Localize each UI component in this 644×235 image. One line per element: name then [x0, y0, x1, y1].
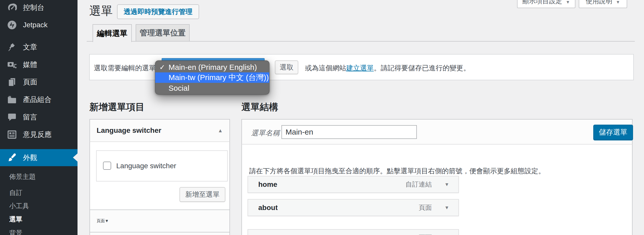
screen-options-toggle[interactable]: 顯示項目設定 ▼ [517, 0, 575, 8]
screen-options-label: 顯示項目設定 [522, 0, 562, 6]
menu-item-type: 頁面 [419, 203, 432, 212]
menu-item-title: home [258, 180, 277, 189]
sidebar-subitem-menus[interactable]: 選單 [9, 215, 22, 224]
chevron-down-icon: ▼ [616, 0, 620, 6]
dropdown-option-main-tw[interactable]: Main-tw (Primary 中文 (台灣)) [155, 72, 269, 83]
sidebar-item-label: 意見反應 [23, 130, 51, 139]
sidebar-item-label: Jetpack [23, 21, 48, 29]
accordion-title: Language switcher [97, 126, 161, 135]
appearance-icon [7, 153, 17, 163]
dropdown-option-social[interactable]: Social [155, 83, 269, 93]
sidebar-subitem-background[interactable]: 背景 [9, 229, 22, 235]
menu-item-title: about [258, 204, 278, 212]
help-toggle[interactable]: 使用說明 ▼ [579, 0, 627, 8]
menu-item-about[interactable]: about 頁面 ▼ [248, 199, 459, 216]
chevron-down-icon[interactable]: ▼ [444, 182, 449, 187]
tab-manage-locations[interactable]: 管理選單位置 [136, 24, 190, 42]
wordpress-admin-menus-page: 控制台 Jetpack 文章 媒體 頁面 [0, 0, 644, 235]
menu-item-home[interactable]: home 自訂連結 ▼ [248, 176, 459, 193]
page-title: 選單 [89, 3, 113, 19]
save-menu-button[interactable]: 儲存選單 [593, 125, 633, 140]
sidebar-subitem-widgets[interactable]: 小工具 [9, 202, 29, 211]
drag-instruction-text: 請在下方將各個選單項目拖曳至合適的順序。點擊選單項目右側的箭號，便會顯示更多組態… [249, 166, 545, 176]
sidebar-item-pages[interactable]: 頁面 [0, 74, 78, 90]
dropdown-option-label: Main-tw (Primary 中文 (台灣)) [169, 72, 269, 83]
create-menu-text-after: 。請記得要儲存已進行的變更。 [374, 64, 470, 72]
chevron-down-icon[interactable]: ▼ [444, 205, 449, 211]
checkmark-icon: ✓ [159, 63, 165, 71]
chevron-up-icon: ▲ [218, 128, 223, 134]
sidebar-item-appearance[interactable]: 外觀 [0, 149, 78, 166]
menu-select-open-dropdown: ✓ Main-en (Primary English) Main-tw (Pri… [155, 60, 269, 95]
manage-with-live-preview-button[interactable]: 透過即時預覽進行管理 [117, 4, 199, 19]
help-label: 使用說明 [586, 0, 612, 6]
select-menu-button[interactable]: 選取 [275, 60, 298, 74]
sidebar-item-portfolio[interactable]: 產品組合 [0, 92, 78, 108]
jetpack-icon [7, 20, 17, 30]
create-menu-text-before: 或為這個網站 [305, 64, 346, 72]
feedback-icon [7, 129, 17, 140]
menu-select-label: 選取需要編輯的選單 [94, 63, 156, 73]
pages-icon [7, 77, 17, 87]
menu-name-label: 選單名稱 [251, 128, 280, 138]
menu-item-type: 頁面 [419, 233, 432, 235]
menu-structure-heading: 選單結構 [241, 101, 278, 113]
sidebar-item-label: 產品組合 [23, 95, 51, 105]
accordion-language-switcher-header[interactable]: Language switcher ▲ [89, 119, 230, 142]
create-menu-link[interactable]: 建立選單 [346, 64, 374, 72]
sidebar-item-label: 外觀 [23, 153, 37, 163]
menu-name-input[interactable] [281, 125, 417, 139]
sidebar-item-media[interactable]: 媒體 [0, 57, 78, 73]
tab-edit-menus[interactable]: 編輯選單 [93, 24, 132, 42]
menu-item-partial[interactable]: 頁面 ▼ [248, 229, 459, 235]
accordion-title: 頁面 [97, 218, 105, 224]
sidebar-item-label: 媒體 [23, 60, 37, 70]
dropdown-option-main-en[interactable]: ✓ Main-en (Primary English) [155, 62, 269, 72]
sidebar-item-label: 頁面 [23, 77, 37, 87]
accordion-next-panel-partial[interactable] [89, 232, 230, 235]
chevron-down-icon: ▼ [105, 219, 109, 223]
sidebar-item-jetpack[interactable]: Jetpack [0, 17, 78, 33]
create-menu-sentence: 或為這個網站建立選單。請記得要儲存已進行的變更。 [305, 63, 470, 73]
dropdown-option-label: Social [169, 84, 189, 93]
add-menu-items-heading: 新增選單項目 [89, 101, 145, 113]
portfolio-icon [7, 95, 17, 105]
comments-icon [7, 112, 17, 122]
sidebar-item-label: 留言 [23, 112, 37, 122]
dropdown-option-label: Main-en (Primary English) [169, 63, 257, 72]
admin-sidebar: 控制台 Jetpack 文章 媒體 頁面 [0, 0, 78, 235]
dashboard-icon [7, 3, 17, 13]
sidebar-item-label: 文章 [23, 42, 37, 52]
language-switcher-checkbox[interactable] [103, 162, 111, 170]
sidebar-item-comments[interactable]: 留言 [0, 109, 78, 125]
menu-item-type: 自訂連結 [405, 180, 432, 189]
sidebar-item-dashboard[interactable]: 控制台 [0, 0, 78, 16]
accordion-pages-header[interactable]: 頁面 ▼ [89, 210, 230, 232]
pin-icon [7, 42, 17, 52]
chevron-down-icon: ▼ [566, 0, 570, 6]
language-switcher-checkbox-label: Language switcher [116, 162, 176, 170]
add-to-menu-button[interactable]: 新增至選單 [179, 187, 225, 202]
sidebar-item-feedback[interactable]: 意見反應 [0, 126, 78, 143]
current-menu-arrow [73, 153, 78, 162]
sidebar-item-posts[interactable]: 文章 [0, 39, 78, 55]
sidebar-item-label: 控制台 [23, 3, 44, 12]
media-icon [7, 60, 17, 70]
sidebar-subitem-themes[interactable]: 佈景主題 [9, 172, 36, 181]
sidebar-subitem-customize[interactable]: 自訂 [9, 188, 22, 197]
